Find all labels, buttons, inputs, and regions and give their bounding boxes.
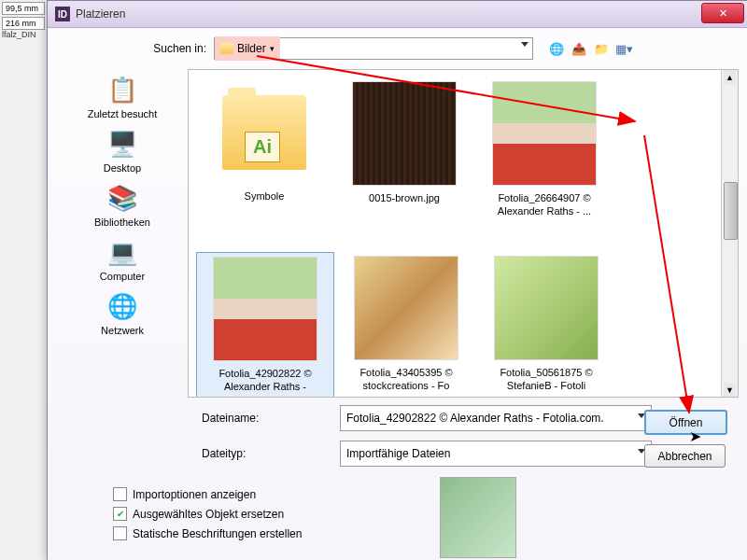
place-recent[interactable]: 📋Zuletzt besucht [88,73,158,119]
indesign-icon: ID [55,7,70,21]
image-thumb [495,257,598,359]
file-item[interactable]: Fotolia_50561875 © StefanieB - Fotoli [478,252,614,397]
place-computer[interactable]: 💻Computer [100,235,145,282]
titlebar: ID Platzieren ✕ [48,1,747,28]
check-label: Statische Beschriftungen erstellen [133,527,302,540]
file-item-folder[interactable]: Ai Symbole [196,77,332,248]
check-label: Importoptionen anzeigen [133,488,256,501]
place-libraries[interactable]: 📚Bibliotheken [94,181,150,228]
filetype-value: Importfähige Dateien [346,447,450,460]
current-folder-highlight: Bilder ▾ [215,36,280,61]
scrollbar[interactable]: ▲ ▼ [721,70,738,397]
desktop-icon: 🖥️ [104,127,141,161]
nav-toolbar: 🌐 📤 📁 ▦▾ [548,40,632,57]
back-button[interactable]: 🌐 [548,40,565,57]
image-thumb [355,257,458,359]
cancel-button[interactable]: Abbrechen [644,444,726,468]
search-in-label: Suchen in: [141,42,206,55]
places-sidebar: 📋Zuletzt besucht 🖥️Desktop 📚Bibliotheken… [57,69,188,398]
image-thumb [493,82,596,185]
open-button[interactable]: Öffnen [644,410,727,435]
file-item[interactable]: 0015-brown.jpg [336,77,472,248]
scroll-down-icon[interactable]: ▼ [724,383,736,397]
filename-value: Fotolia_42902822 © Alexander Raths - Fot… [346,412,604,425]
file-item[interactable]: Fotolia_26664907 © Alexander Raths - ... [476,77,613,248]
image-thumb [353,82,456,185]
place-network[interactable]: 🌐Netzwerk [101,289,144,336]
search-in-row: Suchen in: Bilder ▾ 🌐 📤 📁 ▦▾ [48,28,747,69]
close-button[interactable]: ✕ [701,3,744,23]
filename-label: Dateiname: [202,412,332,425]
check-label: Ausgewähltes Objekt ersetzen [133,508,284,521]
computer-icon: 💻 [104,235,141,269]
background-app: 99,5 mm 216 mm lfalz_DIN [0,0,48,560]
network-icon: 🌐 [104,289,141,323]
dialog-title: Platzieren [76,7,125,21]
image-thumb [214,258,317,360]
filetype-label: Dateityp: [202,447,332,460]
checkbox-replace-selected[interactable]: ✔ [113,507,127,521]
view-menu-button[interactable]: ▦▾ [615,40,632,57]
up-button[interactable]: 📤 [571,40,587,57]
recent-icon: 📋 [104,73,141,106]
file-item-selected[interactable]: Fotolia_42902822 © Alexander Raths - Fot… [196,252,334,397]
place-desktop[interactable]: 🖥️Desktop [104,127,141,174]
new-folder-button[interactable]: 📁 [593,40,610,57]
checkbox-import-options[interactable] [113,487,127,501]
checkbox-static-captions[interactable] [113,526,127,540]
search-in-combo[interactable]: Bilder ▾ [214,37,533,60]
file-list[interactable]: Ai Symbole 0015-brown.jpg Fotolia_266649… [188,69,739,398]
scroll-thumb[interactable] [724,182,738,240]
libraries-icon: 📚 [104,181,141,215]
filetype-combo[interactable]: Importfähige Dateien [340,441,652,467]
preview-thumbnail [440,477,516,558]
document-tab: lfalz_DIN [0,28,38,41]
close-icon: ✕ [719,7,727,20]
chevron-down-icon [521,42,529,47]
filename-combo[interactable]: Fotolia_42902822 © Alexander Raths - Fot… [340,405,652,431]
file-item[interactable]: Fotolia_43405395 © stockcreations - Fo [338,252,474,397]
folder-icon: Ai [222,95,306,170]
folder-icon [220,43,233,54]
ruler-x: 99,5 mm [2,2,45,15]
scroll-up-icon[interactable]: ▲ [724,70,736,84]
current-folder-name: Bilder [237,42,266,55]
place-dialog: ID Platzieren ✕ Suchen in: Bilder ▾ 🌐 📤 … [47,0,747,560]
